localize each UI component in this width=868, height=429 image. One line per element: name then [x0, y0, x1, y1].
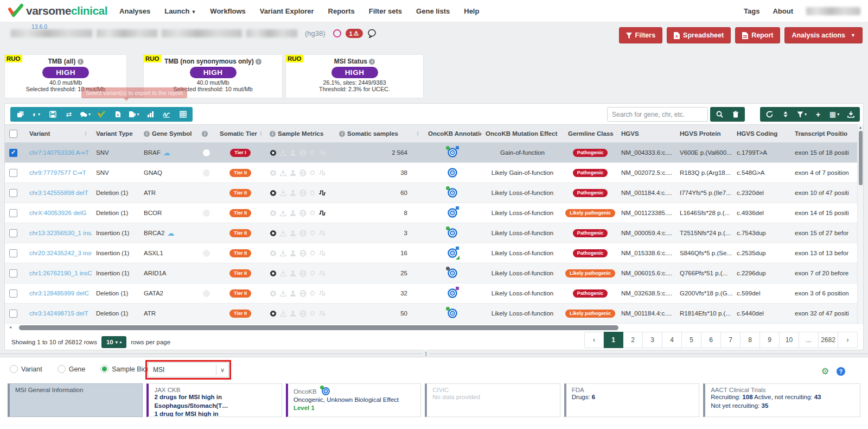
analysis-actions-button[interactable]: Analysis actions▼ — [784, 27, 863, 43]
signal-icon[interactable] — [318, 169, 326, 176]
row-checkbox[interactable] — [9, 249, 17, 257]
row-checkbox[interactable] — [9, 289, 17, 298]
population-icon[interactable] — [299, 169, 307, 176]
page-button-[interactable]: ‹ — [584, 332, 604, 348]
award-icon[interactable] — [270, 270, 277, 277]
award-icon[interactable] — [270, 290, 277, 297]
signal-icon[interactable] — [318, 310, 326, 317]
signal-icon[interactable] — [318, 190, 326, 196]
oncokb-bullseye-icon[interactable] — [447, 248, 458, 258]
row-checkbox[interactable] — [9, 269, 17, 277]
population-icon[interactable] — [299, 290, 307, 297]
patient-icon[interactable] — [290, 250, 296, 257]
allele-icon[interactable] — [310, 250, 315, 256]
patient-icon[interactable] — [290, 210, 296, 217]
award-icon[interactable] — [270, 230, 277, 237]
comments-icon[interactable]: ▾ — [77, 107, 93, 122]
gene-comment-cloud-icon[interactable]: ☁ — [163, 149, 170, 157]
coverage-icon[interactable] — [280, 250, 286, 257]
coverage-icon[interactable] — [280, 169, 286, 176]
vertical-scroll-thumb[interactable] — [859, 131, 863, 185]
download-icon[interactable] — [843, 107, 859, 122]
allele-icon[interactable] — [310, 291, 315, 296]
page-button-2682[interactable]: 2682 — [819, 332, 838, 348]
variant-link[interactable]: chr3:142555898 delT — [29, 190, 88, 196]
nav-item-analyses[interactable]: Analyses — [119, 7, 150, 15]
signal-icon[interactable] — [318, 149, 326, 156]
column-header-variant[interactable]: Variant▲▼ — [25, 125, 92, 142]
sort-icon[interactable]: ▲▼ — [259, 131, 263, 136]
variant-link[interactable]: chr7:140753336 A⇒T — [29, 149, 89, 156]
info-icon[interactable]: i — [202, 131, 208, 137]
help-icon[interactable]: ? — [837, 367, 845, 376]
coverage-icon[interactable] — [280, 149, 286, 156]
allele-icon[interactable] — [310, 150, 315, 155]
info-icon[interactable]: i — [256, 59, 261, 65]
biomarker-select[interactable]: MSI ∨ — [148, 362, 229, 377]
page-button-8[interactable]: 8 — [741, 332, 760, 348]
signal-icon[interactable] — [318, 210, 326, 216]
plus-icon[interactable]: + — [810, 107, 826, 122]
igv-icon[interactable] — [175, 107, 191, 122]
column-header-tier[interactable]: Somatic Tier▲▼ — [215, 125, 265, 142]
refresh-icon[interactable] — [761, 107, 777, 122]
contrast-icon[interactable]: ◐▾ — [28, 107, 44, 122]
patient-icon[interactable] — [290, 230, 296, 237]
population-icon[interactable] — [299, 149, 307, 156]
report-button[interactable]: Report — [735, 27, 780, 43]
population-icon[interactable] — [299, 190, 307, 197]
filters-button[interactable]: Filters — [619, 27, 663, 43]
row-checkbox[interactable] — [9, 310, 17, 318]
row-checkbox[interactable] — [9, 189, 17, 197]
sample-status-ring-icon[interactable] — [333, 29, 341, 37]
detail-card-msi-general-information[interactable]: MSI General Information — [8, 383, 143, 417]
vertical-scrollbar[interactable]: ▲ — [857, 124, 863, 324]
settings-gear-icon[interactable]: ⚙ — [821, 366, 829, 376]
save-icon[interactable] — [44, 107, 61, 122]
spreadsheet-button[interactable]: x Spreadsheet — [667, 27, 731, 43]
detail-card-fda[interactable]: FDADrugs: 6 — [564, 383, 699, 417]
oncokb-bullseye-icon[interactable] — [447, 288, 458, 299]
signal-icon[interactable] — [318, 290, 326, 296]
page-button-[interactable]: ... — [799, 332, 819, 348]
detail-card-aact-clinical-trials[interactable]: AACT Clinical TrialsRecruiting: 108 Acti… — [703, 383, 860, 417]
search-input[interactable] — [607, 107, 708, 122]
oncokb-bullseye-icon[interactable] — [447, 147, 458, 158]
oncokb-bullseye-icon[interactable] — [447, 167, 458, 178]
award-icon[interactable] — [270, 149, 277, 156]
patient-icon[interactable] — [290, 190, 296, 197]
sort-icon[interactable]: ▲▼ — [84, 131, 87, 136]
info-icon[interactable]: i — [369, 59, 375, 65]
page-button-3[interactable]: 3 — [643, 332, 662, 348]
nav-item-workflows[interactable]: Workflows — [210, 7, 246, 15]
patient-icon[interactable] — [290, 169, 296, 176]
patient-icon[interactable] — [290, 290, 296, 297]
file-excel-icon[interactable]: x — [110, 107, 126, 122]
row-checkbox[interactable] — [9, 209, 17, 217]
nav-item-tags[interactable]: Tags — [744, 7, 760, 15]
variant-link[interactable]: chr20:32435242_3 insC — [29, 250, 92, 256]
coverage-icon[interactable] — [280, 210, 286, 217]
allele-icon[interactable] — [310, 210, 315, 216]
nav-item-help[interactable]: Help — [464, 7, 479, 15]
nav-item-about[interactable]: About — [773, 7, 793, 15]
oncokb-bullseye-icon[interactable] — [447, 207, 458, 218]
columns-icon[interactable]: ▦▾ — [826, 107, 843, 122]
allele-icon[interactable] — [310, 270, 315, 276]
award-icon[interactable] — [270, 190, 277, 197]
sort-icon[interactable]: ▲▼ — [416, 131, 419, 136]
page-button-[interactable]: › — [838, 332, 858, 348]
allele-icon[interactable] — [310, 311, 315, 316]
oncokb-bullseye-icon[interactable] — [447, 308, 458, 319]
info-icon[interactable]: i — [270, 131, 276, 137]
award-icon[interactable] — [270, 250, 277, 257]
comment-bubble-icon[interactable] — [367, 29, 376, 38]
info-icon[interactable]: i — [339, 131, 345, 137]
award-icon[interactable] — [270, 169, 277, 176]
oncokb-bullseye-icon[interactable] — [447, 268, 458, 279]
varsome-check-icon[interactable] — [93, 107, 110, 122]
population-icon[interactable] — [299, 210, 307, 217]
row-checkbox[interactable] — [9, 149, 17, 157]
signal-icon[interactable] — [318, 230, 326, 236]
column-header-germline[interactable]: Germline Class▲▼ — [564, 125, 617, 142]
